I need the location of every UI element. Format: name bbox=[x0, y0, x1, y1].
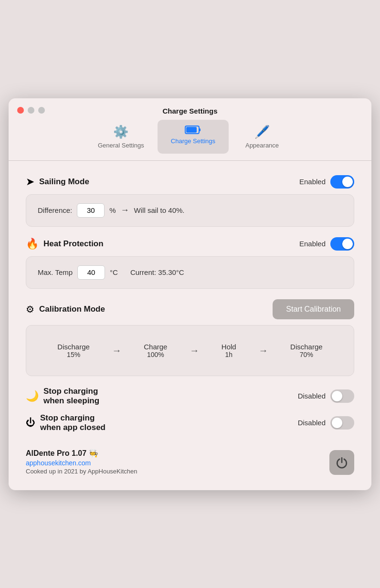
stop-app-title: Stop charging when app closed bbox=[40, 413, 106, 432]
app-credit: Cooked up in 2021 by AppHouseKitchen bbox=[26, 468, 137, 475]
stop-sleeping-status: Disabled bbox=[298, 392, 326, 400]
heat-status: Enabled bbox=[299, 240, 326, 248]
max-temp-label: Max. Temp bbox=[38, 268, 73, 276]
difference-unit: % bbox=[109, 206, 116, 214]
cal-arrow-1: → bbox=[112, 345, 122, 356]
calibration-title-group: ⚙ Calibration Mode bbox=[26, 304, 105, 315]
sailing-mode-title-group: ➤ Sailing Mode bbox=[26, 176, 89, 188]
sailing-mode-thumb bbox=[342, 177, 353, 187]
power-button[interactable] bbox=[329, 450, 354, 475]
gear-icon: ⚙️ bbox=[113, 125, 128, 139]
tab-charge-label: Charge Settings bbox=[171, 137, 215, 145]
tab-general[interactable]: ⚙️ General Settings bbox=[84, 120, 158, 154]
close-button[interactable] bbox=[17, 107, 24, 114]
cal-step-3-main: Hold bbox=[222, 343, 236, 351]
stop-app-thumb bbox=[332, 418, 342, 428]
calibration-info-box: Discharge 15% → Charge 100% → Hold 1h → … bbox=[26, 325, 354, 376]
brush-icon: 🖊️ bbox=[254, 125, 270, 139]
sailing-mode-row: ➤ Sailing Mode Enabled bbox=[26, 175, 354, 189]
tab-appearance[interactable]: 🖊️ Appearance bbox=[229, 120, 296, 154]
stop-sleeping-toggle-group: Disabled bbox=[298, 389, 354, 403]
stop-sleeping-title-group: 🌙 Stop charging when sleeping bbox=[26, 387, 99, 406]
stop-app-title-group: ⏻ Stop charging when app closed bbox=[26, 413, 106, 432]
app-name: AlDente Pro 1.07 🧑‍🍳 bbox=[26, 449, 137, 458]
minimize-button[interactable] bbox=[28, 107, 34, 114]
sailing-description: Will sail to 40%. bbox=[134, 206, 185, 214]
heat-title-group: 🔥 Heat Protection bbox=[26, 238, 104, 250]
stop-sleeping-toggle[interactable] bbox=[330, 389, 354, 403]
heat-temp-row: Max. Temp °C Current: 35.30°C bbox=[38, 265, 342, 280]
cal-step-1: Discharge 15% bbox=[57, 343, 90, 358]
footer-info: AlDente Pro 1.07 🧑‍🍳 apphousekitchen.com… bbox=[26, 449, 137, 475]
app-window: Charge Settings ⚙️ General Settings Char… bbox=[9, 98, 371, 490]
cal-step-2-main: Charge bbox=[144, 343, 167, 351]
battery-icon bbox=[185, 125, 201, 135]
window-title: Charge Settings bbox=[162, 107, 217, 115]
cal-step-4-main: Discharge bbox=[290, 343, 323, 351]
tab-general-label: General Settings bbox=[98, 142, 144, 149]
start-calibration-button[interactable]: Start Calibration bbox=[273, 299, 354, 319]
cal-step-1-main: Discharge bbox=[57, 343, 90, 351]
stop-app-toggle[interactable] bbox=[330, 416, 354, 430]
cal-step-2-sub: 100% bbox=[147, 351, 164, 358]
sailing-mode-info-box: Difference: % → Will sail to 40%. bbox=[26, 194, 354, 227]
stop-sleeping-title: Stop charging when sleeping bbox=[43, 387, 99, 406]
power-small-icon: ⏻ bbox=[26, 417, 35, 428]
sailing-difference-row: Difference: % → Will sail to 40%. bbox=[38, 203, 342, 218]
temp-unit: °C bbox=[110, 268, 118, 276]
svg-rect-2 bbox=[186, 127, 197, 133]
difference-input[interactable] bbox=[77, 203, 105, 218]
titlebar: Charge Settings bbox=[9, 98, 371, 120]
calibration-flow: Discharge 15% → Charge 100% → Hold 1h → … bbox=[38, 334, 342, 367]
sailing-icon: ➤ bbox=[26, 176, 34, 188]
heat-protection-title: Heat Protection bbox=[43, 239, 104, 249]
power-icon bbox=[336, 456, 348, 469]
traffic-lights bbox=[17, 107, 45, 114]
moon-icon: 🌙 bbox=[26, 390, 39, 402]
footer: AlDente Pro 1.07 🧑‍🍳 apphousekitchen.com… bbox=[9, 437, 371, 475]
cal-step-4: Discharge 70% bbox=[290, 343, 323, 358]
sailing-mode-toggle[interactable] bbox=[330, 175, 354, 189]
heat-info-box: Max. Temp °C Current: 35.30°C bbox=[26, 256, 354, 289]
calibration-title: Calibration Mode bbox=[39, 304, 105, 314]
stop-sleeping-row: 🌙 Stop charging when sleeping Disabled bbox=[26, 387, 354, 406]
cal-step-3-sub: 1h bbox=[225, 351, 232, 358]
current-temp-label: Current: 35.30°C bbox=[130, 268, 184, 276]
difference-label: Difference: bbox=[38, 206, 72, 214]
cal-step-2: Charge 100% bbox=[144, 343, 167, 358]
main-content: ➤ Sailing Mode Enabled Difference: % → W… bbox=[9, 170, 371, 432]
calibration-mode-row: ⚙ Calibration Mode Start Calibration bbox=[26, 299, 354, 319]
max-temp-input[interactable] bbox=[77, 265, 105, 280]
tab-bar: ⚙️ General Settings Charge Settings 🖊️ A… bbox=[9, 120, 371, 160]
cal-step-3: Hold 1h bbox=[222, 343, 236, 358]
heat-protection-row: 🔥 Heat Protection Enabled bbox=[26, 237, 354, 251]
maximize-button[interactable] bbox=[38, 107, 45, 114]
stop-app-closed-row: ⏻ Stop charging when app closed Disabled bbox=[26, 413, 354, 432]
sailing-mode-toggle-group: Enabled bbox=[299, 175, 354, 189]
stop-app-toggle-group: Disabled bbox=[298, 416, 354, 430]
tab-divider bbox=[9, 160, 371, 161]
heat-toggle[interactable] bbox=[330, 237, 354, 251]
cal-arrow-2: → bbox=[190, 345, 199, 356]
cal-step-4-sub: 70% bbox=[300, 351, 313, 358]
tab-appearance-label: Appearance bbox=[245, 142, 279, 149]
cal-arrow-3: → bbox=[258, 345, 268, 356]
heat-icon: 🔥 bbox=[26, 238, 39, 250]
sailing-mode-title: Sailing Mode bbox=[39, 177, 89, 187]
stop-sleeping-thumb bbox=[332, 391, 342, 401]
arrow-right-1: → bbox=[121, 205, 129, 215]
svg-rect-1 bbox=[199, 128, 201, 131]
heat-toggle-group: Enabled bbox=[299, 237, 354, 251]
sailing-mode-status: Enabled bbox=[299, 178, 326, 186]
tab-charge[interactable]: Charge Settings bbox=[158, 120, 229, 154]
heat-toggle-thumb bbox=[342, 239, 353, 249]
calibration-icon: ⚙ bbox=[26, 304, 34, 315]
cal-step-1-sub: 15% bbox=[67, 351, 80, 358]
app-link[interactable]: apphousekitchen.com bbox=[26, 459, 137, 467]
stop-app-status: Disabled bbox=[298, 419, 326, 427]
